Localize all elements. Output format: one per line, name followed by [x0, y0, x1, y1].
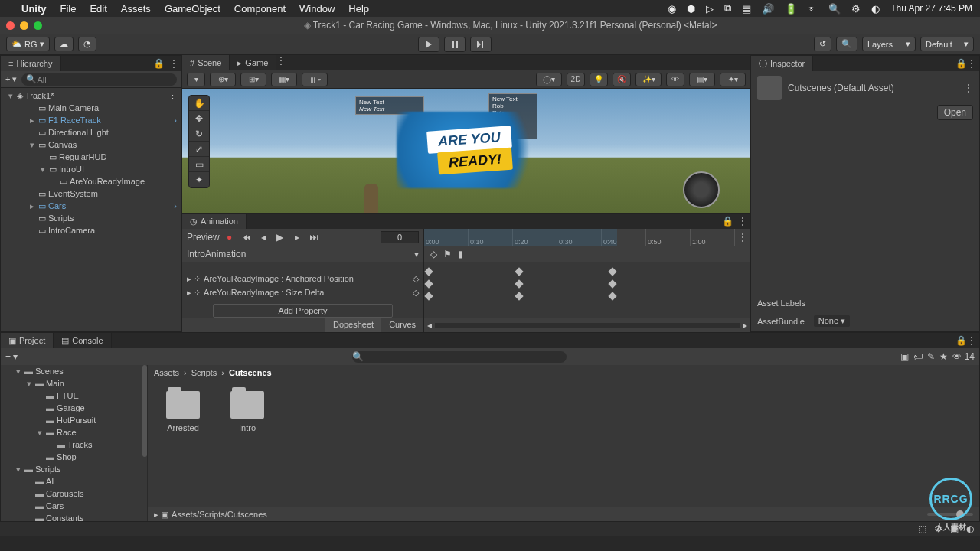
menu-assets[interactable]: Assets	[121, 3, 151, 15]
minimize-window-button[interactable]	[20, 21, 28, 30]
animation-menu-icon[interactable]: ⋮	[738, 216, 747, 227]
timeline-scroll-left[interactable]: ◂	[427, 320, 432, 331]
project-tree-item[interactable]: ▬FTUE	[1, 390, 147, 402]
status-icon[interactable]: ⚙	[934, 523, 942, 534]
grid-button[interactable]: ▦▾	[271, 73, 297, 86]
view-tool[interactable]: ✋	[189, 96, 209, 111]
hidden-count[interactable]: 👁 14	[952, 351, 975, 362]
search-by-type-icon[interactable]: ▣	[900, 351, 909, 362]
project-create-button[interactable]: + ▾	[5, 351, 18, 362]
menu-help[interactable]: Help	[348, 3, 369, 15]
fx-toggle[interactable]: ✨▾	[635, 73, 662, 86]
clock[interactable]: Thu Apr 27 7:45 PM	[890, 3, 972, 14]
undo-history-button[interactable]: ↺	[814, 37, 831, 51]
inspector-asset-menu-icon[interactable]: ⋮	[964, 83, 973, 93]
increment-snap-button[interactable]: ⫼▾	[302, 73, 328, 86]
menu-gameobject[interactable]: GameObject	[165, 3, 220, 15]
hierarchy-search[interactable]: 🔍 All	[21, 73, 177, 86]
tool-dropdown[interactable]: ▾	[187, 73, 205, 86]
camera-button[interactable]: ▤▾	[689, 73, 715, 86]
status-icon[interactable]: ◐	[966, 523, 974, 534]
project-tree-item[interactable]: ▬Garage	[1, 402, 147, 414]
preview-toggle[interactable]: Preview	[187, 232, 220, 243]
control-center-icon[interactable]: ⚙	[851, 3, 861, 15]
version-control-button[interactable]: ◔	[78, 37, 96, 51]
stage-icon[interactable]: ⧉	[724, 2, 731, 15]
battery-icon[interactable]: 🔋	[785, 3, 797, 15]
hierarchy-tree[interactable]: ▾ ◈ Track1* ⋮ ▭Main Camera▸▭F1 RaceTrack…	[1, 88, 181, 331]
animation-lock-icon[interactable]: 🔒	[722, 216, 733, 227]
lighting-toggle[interactable]: 💡	[590, 73, 608, 86]
project-tree-item[interactable]: ▬Constants	[1, 512, 147, 521]
folder-intro[interactable]: Intro	[226, 391, 269, 432]
add-event-button[interactable]: ⚑	[443, 249, 452, 259]
anim-first-frame[interactable]: ⏮	[240, 231, 253, 243]
console-tab[interactable]: ▤ Console	[54, 333, 111, 348]
menu-file[interactable]: File	[60, 3, 77, 15]
frame-field[interactable]	[381, 231, 419, 243]
gizmos-button[interactable]: ✦▾	[720, 73, 746, 86]
folder-arrested[interactable]: Arrested	[162, 391, 204, 432]
project-tree-item[interactable]: ▬Shop	[1, 451, 147, 463]
project-tree-item[interactable]: ▾▬Main	[1, 377, 147, 390]
hierarchy-item[interactable]: ▸▭F1 RaceTrack›	[1, 114, 181, 126]
hierarchy-item[interactable]: ▭EventSystem	[1, 187, 181, 200]
status-icon[interactable]: ⬚	[918, 523, 926, 534]
hierarchy-item[interactable]: ▸▭Cars›	[1, 200, 181, 212]
curves-tab[interactable]: Curves	[381, 318, 423, 332]
status-icon[interactable]: ▣	[950, 523, 959, 534]
menu-edit[interactable]: Edit	[90, 3, 106, 15]
scene-menu-icon[interactable]: ⋮	[276, 55, 286, 66]
visibility-toggle[interactable]: 👁	[666, 73, 684, 86]
anim-play[interactable]: ▶	[273, 231, 287, 243]
audio-toggle[interactable]: 🔇	[612, 73, 631, 86]
timeline-scroll-right[interactable]: ▸	[743, 320, 747, 331]
project-folder-tree[interactable]: ▾▬Scenes▾▬Main▬FTUE▬Garage▬HotPursuit▾▬R…	[1, 365, 148, 521]
project-tree-scrollbar[interactable]	[142, 365, 147, 457]
animation-clip-dropdown[interactable]: IntroAnimation▾	[187, 249, 419, 259]
record-icon[interactable]: ◉	[668, 3, 676, 15]
project-tree-item[interactable]: ▾▬Scripts	[1, 463, 147, 475]
project-tree-item[interactable]: ▬Tracks	[1, 439, 147, 451]
play-sys-icon[interactable]: ▷	[706, 3, 714, 15]
project-lock-icon[interactable]: 🔒	[956, 335, 967, 346]
breadcrumb-current[interactable]: Cutscenes	[229, 368, 272, 377]
siri-icon[interactable]: ◐	[871, 3, 880, 15]
hierarchy-item[interactable]: ▭Directional Light	[1, 126, 181, 139]
open-asset-button[interactable]: Open	[937, 105, 973, 120]
hierarchy-item[interactable]: ▭Main Camera	[1, 102, 181, 114]
hierarchy-tab[interactable]: ≡ Hierarchy	[1, 56, 61, 71]
scale-tool[interactable]: ⤢	[189, 142, 209, 157]
layout-dropdown[interactable]: Default ▾	[920, 37, 974, 51]
breadcrumb-item[interactable]: Scripts	[191, 368, 217, 377]
project-tree-item[interactable]: ▬Carousels	[1, 487, 147, 500]
filter-button[interactable]: ▮	[458, 249, 463, 259]
scene-tab[interactable]: # Scene	[182, 55, 230, 70]
search-button[interactable]: 🔍	[836, 37, 858, 51]
asset-bundle-dropdown[interactable]: None ▾	[814, 315, 850, 327]
anim-prev-key[interactable]: ◂	[256, 231, 270, 243]
hierarchy-item[interactable]: ▭RegularHUD	[1, 151, 181, 163]
are-you-ready-image[interactable]: ARE YOU READY!	[397, 104, 580, 196]
hierarchy-item[interactable]: ▾▭Canvas	[1, 139, 181, 151]
inspector-lock-icon[interactable]: 🔒	[956, 58, 967, 69]
favorites-icon[interactable]: ★	[939, 351, 948, 362]
hierarchy-item[interactable]: ▾▭IntroUI	[1, 163, 181, 175]
scene-root[interactable]: ▾ ◈ Track1* ⋮	[1, 90, 181, 102]
anim-last-frame[interactable]: ⏭	[307, 231, 321, 243]
timeline-menu-icon[interactable]: ⋮	[735, 232, 750, 243]
speed-gauge[interactable]	[683, 171, 720, 208]
breadcrumb-item[interactable]: Assets	[154, 368, 179, 377]
hierarchy-item[interactable]: ▭AreYouReadyImage	[1, 175, 181, 187]
app-name[interactable]: Unity	[21, 3, 47, 15]
timeline-scrollbar[interactable]	[435, 323, 740, 328]
dopesheet-tab[interactable]: Dopesheet	[325, 318, 381, 332]
hierarchy-menu-icon[interactable]: ⋮	[169, 58, 178, 69]
calendar-icon[interactable]: ▤	[742, 3, 751, 15]
step-button[interactable]	[470, 37, 492, 52]
hierarchy-item[interactable]: ▭IntroCamera	[1, 224, 181, 236]
game-tab[interactable]: ▸ Game	[230, 55, 276, 70]
hierarchy-create-button[interactable]: + ▾	[5, 74, 17, 84]
pause-button[interactable]	[444, 37, 466, 52]
rect-tool[interactable]: ▭	[189, 157, 209, 172]
